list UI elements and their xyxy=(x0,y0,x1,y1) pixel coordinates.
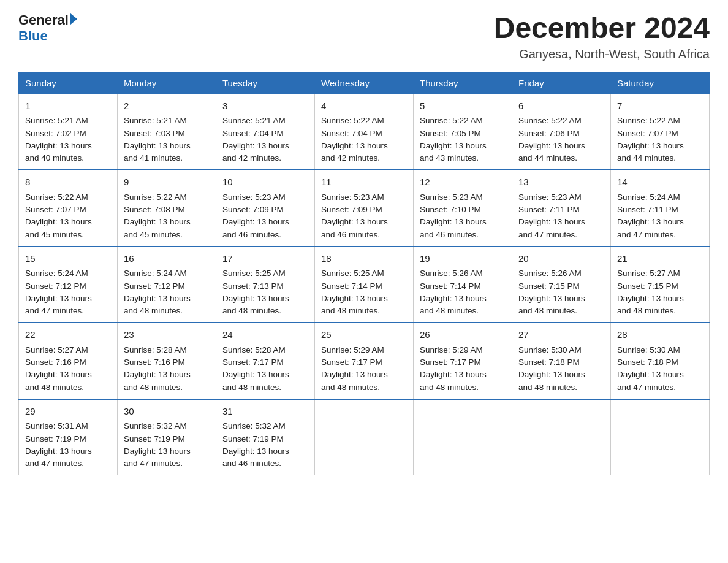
calendar-cell: 29Sunrise: 5:31 AMSunset: 7:19 PMDayligh… xyxy=(19,399,118,475)
daylight-text-line1: Daylight: 13 hours xyxy=(222,446,289,456)
daylight-text-line2: and 45 minutes. xyxy=(25,230,84,239)
daylight-text-line1: Daylight: 13 hours xyxy=(222,141,289,150)
calendar-cell: 4Sunrise: 5:22 AMSunset: 7:04 PMDaylight… xyxy=(315,94,414,170)
calendar-cell: 20Sunrise: 5:26 AMSunset: 7:15 PMDayligh… xyxy=(512,247,611,323)
sunset-text: Sunset: 7:04 PM xyxy=(321,129,382,138)
daylight-text-line1: Daylight: 13 hours xyxy=(420,141,487,150)
daylight-text-line1: Daylight: 13 hours xyxy=(124,446,191,456)
daylight-text-line2: and 40 minutes. xyxy=(25,153,84,163)
day-number: 13 xyxy=(518,175,604,190)
calendar-cell: 7Sunrise: 5:22 AMSunset: 7:07 PMDaylight… xyxy=(611,94,710,170)
day-header-tuesday: Tuesday xyxy=(216,72,315,94)
daylight-text-line1: Daylight: 13 hours xyxy=(124,370,191,379)
day-number: 6 xyxy=(518,99,604,113)
calendar-cell: 31Sunrise: 5:32 AMSunset: 7:19 PMDayligh… xyxy=(216,399,315,475)
daylight-text-line2: and 46 minutes. xyxy=(321,230,380,239)
day-number: 24 xyxy=(222,328,308,342)
day-header-monday: Monday xyxy=(118,72,216,94)
sunset-text: Sunset: 7:11 PM xyxy=(518,205,580,214)
daylight-text-line1: Daylight: 13 hours xyxy=(25,141,92,150)
daylight-text-line1: Daylight: 13 hours xyxy=(321,370,388,379)
day-header-wednesday: Wednesday xyxy=(315,72,414,94)
calendar-cell: 15Sunrise: 5:24 AMSunset: 7:12 PMDayligh… xyxy=(19,247,118,323)
daylight-text-line1: Daylight: 13 hours xyxy=(124,294,191,303)
sunset-text: Sunset: 7:15 PM xyxy=(617,282,678,291)
day-number: 15 xyxy=(25,252,111,266)
daylight-text-line2: and 41 minutes. xyxy=(124,153,183,163)
day-number: 29 xyxy=(25,405,111,419)
sunset-text: Sunset: 7:03 PM xyxy=(124,129,185,138)
daylight-text-line2: and 43 minutes. xyxy=(420,153,479,163)
calendar-cell: 25Sunrise: 5:29 AMSunset: 7:17 PMDayligh… xyxy=(315,323,414,399)
calendar-subtitle: Ganyesa, North-West, South Africa xyxy=(494,47,710,61)
calendar-cell: 12Sunrise: 5:23 AMSunset: 7:10 PMDayligh… xyxy=(414,170,512,247)
day-number: 7 xyxy=(617,99,703,113)
daylight-text-line2: and 48 minutes. xyxy=(124,383,183,392)
sunrise-text: Sunrise: 5:26 AM xyxy=(518,269,582,278)
sunset-text: Sunset: 7:14 PM xyxy=(321,282,382,291)
sunset-text: Sunset: 7:06 PM xyxy=(518,129,580,138)
calendar-cell: 9Sunrise: 5:22 AMSunset: 7:08 PMDaylight… xyxy=(118,170,216,247)
sunset-text: Sunset: 7:12 PM xyxy=(25,282,86,291)
calendar-week-2: 8Sunrise: 5:22 AMSunset: 7:07 PMDaylight… xyxy=(19,170,710,247)
calendar-cell: 24Sunrise: 5:28 AMSunset: 7:17 PMDayligh… xyxy=(216,323,315,399)
sunrise-text: Sunrise: 5:25 AM xyxy=(222,269,286,278)
sunrise-text: Sunrise: 5:22 AM xyxy=(124,193,187,202)
calendar-cell: 5Sunrise: 5:22 AMSunset: 7:05 PMDaylight… xyxy=(414,94,512,170)
calendar-cell: 27Sunrise: 5:30 AMSunset: 7:18 PMDayligh… xyxy=(512,323,611,399)
sunrise-text: Sunrise: 5:21 AM xyxy=(25,116,88,125)
calendar-cell: 21Sunrise: 5:27 AMSunset: 7:15 PMDayligh… xyxy=(611,247,710,323)
daylight-text-line2: and 48 minutes. xyxy=(222,306,281,315)
daylight-text-line2: and 48 minutes. xyxy=(617,306,676,315)
daylight-text-line1: Daylight: 13 hours xyxy=(617,370,684,379)
sunset-text: Sunset: 7:16 PM xyxy=(25,358,86,367)
daylight-text-line1: Daylight: 13 hours xyxy=(25,370,92,379)
daylight-text-line2: and 46 minutes. xyxy=(222,230,281,239)
sunset-text: Sunset: 7:04 PM xyxy=(222,129,284,138)
daylight-text-line1: Daylight: 13 hours xyxy=(222,370,289,379)
logo-general-text: General xyxy=(18,12,69,28)
sunrise-text: Sunrise: 5:23 AM xyxy=(518,193,582,202)
calendar-cell: 13Sunrise: 5:23 AMSunset: 7:11 PMDayligh… xyxy=(512,170,611,247)
daylight-text-line2: and 44 minutes. xyxy=(518,153,577,163)
sunrise-text: Sunrise: 5:22 AM xyxy=(518,116,582,125)
calendar-cell: 6Sunrise: 5:22 AMSunset: 7:06 PMDaylight… xyxy=(512,94,611,170)
day-header-saturday: Saturday xyxy=(611,72,710,94)
daylight-text-line2: and 46 minutes. xyxy=(420,230,479,239)
daylight-text-line2: and 48 minutes. xyxy=(420,306,479,315)
day-number: 1 xyxy=(25,99,111,113)
sunrise-text: Sunrise: 5:23 AM xyxy=(321,193,384,202)
sunrise-text: Sunrise: 5:31 AM xyxy=(25,421,88,431)
sunrise-text: Sunrise: 5:24 AM xyxy=(124,269,187,278)
calendar-cell: 14Sunrise: 5:24 AMSunset: 7:11 PMDayligh… xyxy=(611,170,710,247)
calendar-cell: 3Sunrise: 5:21 AMSunset: 7:04 PMDaylight… xyxy=(216,94,315,170)
daylight-text-line1: Daylight: 13 hours xyxy=(420,294,487,303)
sunrise-text: Sunrise: 5:26 AM xyxy=(420,269,483,278)
daylight-text-line1: Daylight: 13 hours xyxy=(518,141,585,150)
calendar-cell: 19Sunrise: 5:26 AMSunset: 7:14 PMDayligh… xyxy=(414,247,512,323)
day-number: 3 xyxy=(222,99,308,113)
calendar-week-3: 15Sunrise: 5:24 AMSunset: 7:12 PMDayligh… xyxy=(19,247,710,323)
calendar-cell: 18Sunrise: 5:25 AMSunset: 7:14 PMDayligh… xyxy=(315,247,414,323)
logo-blue-text: Blue xyxy=(18,28,48,44)
calendar-cell: 8Sunrise: 5:22 AMSunset: 7:07 PMDaylight… xyxy=(19,170,118,247)
calendar-cell: 26Sunrise: 5:29 AMSunset: 7:17 PMDayligh… xyxy=(414,323,512,399)
sunrise-text: Sunrise: 5:23 AM xyxy=(222,193,286,202)
day-number: 16 xyxy=(124,252,210,266)
title-area: December 2024 Ganyesa, North-West, South… xyxy=(494,12,710,61)
sunrise-text: Sunrise: 5:27 AM xyxy=(617,269,680,278)
calendar-cell: 28Sunrise: 5:30 AMSunset: 7:18 PMDayligh… xyxy=(611,323,710,399)
daylight-text-line2: and 42 minutes. xyxy=(222,153,281,163)
sunrise-text: Sunrise: 5:23 AM xyxy=(420,193,483,202)
daylight-text-line1: Daylight: 13 hours xyxy=(25,294,92,303)
sunrise-text: Sunrise: 5:22 AM xyxy=(321,116,384,125)
daylight-text-line1: Daylight: 13 hours xyxy=(518,294,585,303)
day-number: 5 xyxy=(420,99,506,113)
sunrise-text: Sunrise: 5:30 AM xyxy=(518,345,582,354)
day-number: 14 xyxy=(617,175,703,190)
day-header-thursday: Thursday xyxy=(414,72,512,94)
day-number: 20 xyxy=(518,252,604,266)
sunset-text: Sunset: 7:19 PM xyxy=(222,434,284,443)
day-number: 17 xyxy=(222,252,308,266)
daylight-text-line1: Daylight: 13 hours xyxy=(617,141,684,150)
